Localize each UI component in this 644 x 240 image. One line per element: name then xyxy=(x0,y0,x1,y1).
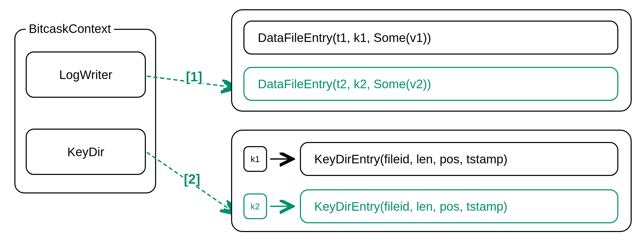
key-label-k2-text: k2 xyxy=(251,201,260,211)
keydir-entry-2-text: KeyDirEntry(fileid, len, pos, tstamp) xyxy=(309,197,513,216)
logwriter-box: LogWriter xyxy=(26,51,146,98)
arrow-2-label: [2] xyxy=(183,171,201,187)
bitcask-context-title: BitcaskContext xyxy=(26,22,114,36)
key-label-k1: k1 xyxy=(243,146,267,172)
key-label-k2: k2 xyxy=(243,193,267,219)
logwriter-label: LogWriter xyxy=(54,66,117,84)
keydir-entry-1: KeyDirEntry(fileid, len, pos, tstamp) xyxy=(300,142,618,176)
datafile-entry-1-text: DataFileEntry(t1, k1, Some(v1)) xyxy=(253,29,436,47)
datafile-entry-1: DataFileEntry(t1, k1, Some(v1)) xyxy=(243,21,618,55)
keydir-box: KeyDir xyxy=(26,129,146,175)
keydir-entry-2: KeyDirEntry(fileid, len, pos, tstamp) xyxy=(300,189,618,223)
keydir-label: KeyDir xyxy=(62,143,109,161)
key-label-k1-text: k1 xyxy=(251,154,260,164)
keydir-entry-1-text: KeyDirEntry(fileid, len, pos, tstamp) xyxy=(309,150,513,168)
datafile-entry-2: DataFileEntry(t2, k2, Some(v2)) xyxy=(243,67,618,101)
arrow-k1 xyxy=(270,154,295,165)
arrow-k2 xyxy=(270,202,295,212)
arrow-1-label: [1] xyxy=(185,69,203,84)
datafile-entry-2-text: DataFileEntry(t2, k2, Some(v2)) xyxy=(253,75,436,93)
